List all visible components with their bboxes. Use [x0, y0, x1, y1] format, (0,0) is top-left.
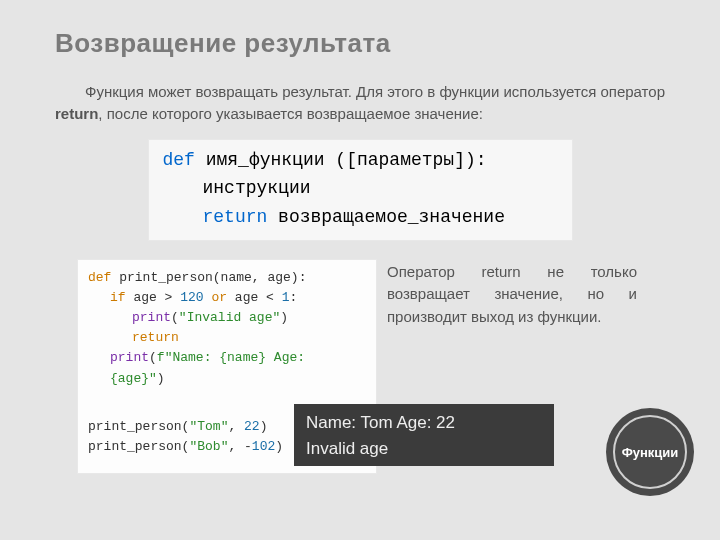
kw-def: def — [163, 150, 195, 170]
fn: print — [132, 310, 171, 325]
str: "Bob" — [189, 439, 228, 454]
intro-post: , после которого указывается возвращаемо… — [98, 105, 483, 122]
t: print_person(name, age): — [111, 270, 306, 285]
output-l1: Name: Tom Age: 22 — [306, 410, 542, 436]
t: ( — [171, 310, 179, 325]
syntax-rest-1: имя_функции ([параметры]): — [195, 150, 487, 170]
pfx: f — [157, 350, 165, 365]
footer-badge: Функции — [606, 408, 694, 496]
badge-label: Функции — [613, 415, 687, 489]
intro-paragraph: Функция может возвращать результат. Для … — [55, 81, 665, 125]
n: 102 — [252, 439, 275, 454]
syntax-line-1: def имя_функции ([параметры]): — [163, 146, 558, 175]
kw: return — [132, 330, 179, 345]
code-l4: return — [88, 328, 366, 348]
code-l3: print("Invalid age") — [88, 308, 366, 328]
kw-return: return — [203, 207, 268, 227]
intro-pre: Функция может возвращать результат. Для … — [85, 83, 665, 100]
t: print_person( — [88, 439, 189, 454]
code-l2: if age > 120 or age < 1: — [88, 288, 366, 308]
n: 120 — [180, 290, 203, 305]
t: ) — [260, 419, 268, 434]
str: "Invalid age" — [179, 310, 280, 325]
kw: def — [88, 270, 111, 285]
t: ) — [275, 439, 283, 454]
t: , - — [228, 439, 251, 454]
t: print_person( — [88, 419, 189, 434]
syntax-rest-3: возвращаемое_значение — [267, 207, 505, 227]
kw: or — [211, 290, 227, 305]
t: age < — [227, 290, 282, 305]
output-l2: Invalid age — [306, 436, 542, 462]
str: "Tom" — [189, 419, 228, 434]
t: , — [228, 419, 244, 434]
code-l1: def print_person(name, age): — [88, 270, 306, 285]
t: ) — [280, 310, 288, 325]
kw: if — [110, 290, 126, 305]
intro-bold: return — [55, 105, 98, 122]
output-box: Name: Tom Age: 22 Invalid age — [294, 404, 554, 466]
syntax-box: def имя_функции ([параметры]): инструкци… — [148, 139, 573, 241]
n: 22 — [244, 419, 260, 434]
page-title: Возвращение результата — [55, 28, 665, 59]
t: : — [289, 290, 297, 305]
t: ) — [157, 371, 165, 386]
code-l5: print(f"Name: {name} Age: {age}") — [88, 348, 366, 388]
fn: print — [110, 350, 149, 365]
t: ( — [149, 350, 157, 365]
side-note: Оператор return не только возвращает зна… — [387, 259, 637, 329]
syntax-line-3: return возвращаемое_значение — [163, 203, 558, 232]
code-blank — [88, 389, 366, 403]
t: age > — [126, 290, 181, 305]
syntax-line-2: инструкции — [163, 174, 558, 203]
